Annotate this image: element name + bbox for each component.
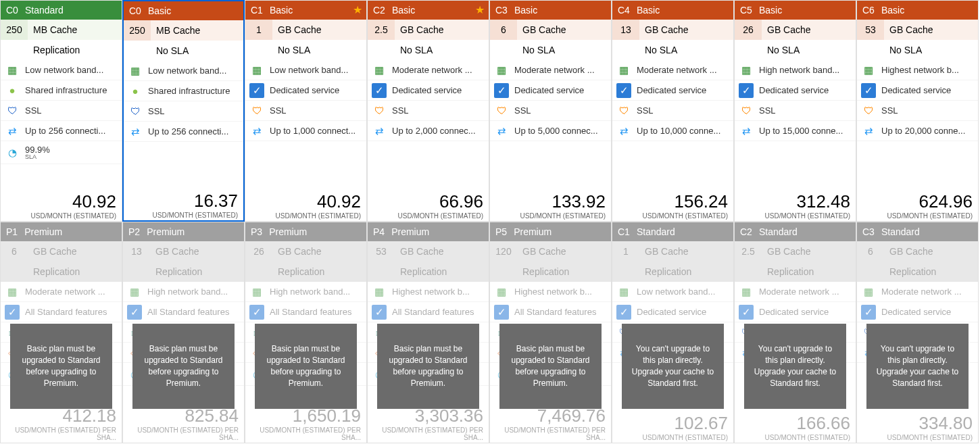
connections-icon: ⇄: [494, 124, 509, 139]
feature-text: Shared infrastructure: [25, 85, 107, 95]
pricing-card-c5-basic[interactable]: C5Basic26GB CacheNo SLA▦High network ban…: [734, 0, 856, 222]
spec-row: 13GB Cache: [612, 20, 733, 40]
feature-text: SSL: [392, 105, 409, 116]
checkmark-icon: ✓: [616, 83, 631, 98]
spec-value: 1: [612, 241, 639, 262]
pricing-card-c0-standard[interactable]: C0Standard250MB CacheReplication▦Low net…: [0, 0, 122, 222]
card-header: P5Premium: [490, 222, 611, 241]
price-unit: USD/MONTH (ESTIMATED) PER SHA...: [495, 426, 606, 441]
spec-row: 26GB Cache: [735, 20, 856, 40]
feature-text: All Standard features: [270, 307, 351, 317]
spec-row: Replication: [612, 262, 733, 282]
feature-item: ▦High network band...: [245, 282, 366, 302]
tier-code: C3: [495, 5, 508, 16]
feature-text: SSL: [514, 105, 531, 116]
card-header: C6Basic: [857, 1, 978, 20]
feature-text: SSL: [637, 105, 654, 116]
price-block: 624.96USD/MONTH (ESTIMATED): [857, 189, 978, 221]
spec-label: GB Cache: [272, 20, 366, 40]
feature-list: ▦Moderate network ...✓Dedicated service🛡…: [490, 60, 611, 189]
spec-label: GB Cache: [639, 20, 733, 40]
checkmark-icon: ✓: [5, 305, 20, 320]
tier-name: Premium: [147, 226, 185, 237]
feature-item: ✓All Standard features: [123, 302, 244, 322]
spec-label: GB Cache: [762, 241, 856, 262]
tier-name: Premium: [269, 226, 307, 237]
feature-text: Up to 10,000 conne...: [637, 126, 720, 136]
feature-text: High network band...: [270, 287, 350, 297]
pricing-card-p1-premium: P1Premium6GB CacheReplication▦Moderate n…: [0, 222, 122, 443]
spec-value: 250: [1, 20, 28, 40]
feature-text: Dedicated service: [881, 85, 951, 95]
feature-item: ▦Moderate network ...: [612, 60, 733, 80]
tier-name: Basic: [514, 5, 537, 16]
feature-item: ▦Moderate network ...: [857, 282, 978, 302]
spec-value: 13: [123, 241, 150, 262]
pricing-card-c2-basic[interactable]: C2Basic★2.5GB CacheNo SLA▦Moderate netwo…: [367, 0, 489, 222]
price-block: 102.67USD/MONTH (ESTIMATED): [612, 410, 733, 443]
network-icon: ▦: [249, 63, 264, 78]
feature-text: High network band...: [147, 287, 228, 297]
price-amount: 312.48: [740, 191, 850, 212]
feature-text: Up to 2,000 connec...: [392, 126, 476, 136]
checkmark-icon: ✓: [249, 83, 264, 98]
checkmark-icon: ✓: [861, 305, 876, 320]
feature-item: ✓Dedicated service: [735, 80, 856, 101]
price-unit: USD/MONTH (ESTIMATED): [618, 212, 728, 220]
spec-value: [1, 40, 28, 60]
tier-name: Standard: [881, 226, 920, 237]
tier-name: Standard: [25, 5, 64, 16]
price-amount: 334.80: [862, 413, 973, 434]
feature-text: SSL: [148, 106, 165, 116]
feature-item: ✓All Standard features: [1, 302, 122, 322]
price-unit: USD/MONTH (ESTIMATED): [740, 212, 850, 220]
tier-code: P5: [495, 226, 507, 237]
spec-value: [612, 262, 639, 282]
feature-text: Low network band...: [270, 65, 348, 75]
pricing-card-p3-premium: P3Premium26GB CacheReplication▦High netw…: [245, 222, 367, 443]
feature-item: ✓Dedicated service: [490, 80, 611, 101]
spec-value: 53: [857, 20, 884, 40]
pricing-card-c4-basic[interactable]: C4Basic13GB CacheNo SLA▦Moderate network…: [612, 0, 734, 222]
feature-text: Highest network b...: [392, 287, 470, 297]
price-amount: 156.24: [618, 191, 728, 212]
shield-icon: 🛡: [861, 103, 876, 118]
shield-icon: 🛡: [494, 103, 509, 118]
feature-item: ✓Dedicated service: [857, 80, 978, 101]
network-icon: ▦: [249, 285, 264, 299]
network-icon: ▦: [372, 285, 387, 299]
feature-text: Dedicated service: [759, 307, 829, 317]
spec-value: [245, 40, 272, 60]
spec-label: Replication: [395, 262, 489, 282]
spec-row: Replication: [368, 262, 489, 282]
spec-value: 6: [490, 20, 517, 40]
pricing-card-c1-basic[interactable]: C1Basic★1GB CacheNo SLA▦Low network band…: [245, 0, 367, 222]
price-unit: USD/MONTH (ESTIMATED): [618, 434, 728, 441]
spec-label: GB Cache: [884, 241, 978, 262]
feature-list: ▦Highest network b...✓Dedicated service🛡…: [857, 60, 978, 189]
pricing-card-c0-basic[interactable]: C0Basic250MB CacheNo SLA▦Low network ban…: [122, 0, 245, 222]
tier-code: C2: [373, 5, 385, 16]
price-amount: 166.66: [740, 413, 850, 434]
disabled-overlay: You can't upgrade to this plan directly.…: [744, 324, 846, 409]
spec-value: [490, 262, 517, 282]
feature-item: ⇄Up to 1,000 connect...: [245, 121, 366, 141]
spec-label: Replication: [639, 262, 733, 282]
spec-value: [368, 40, 395, 60]
tier-name: Standard: [759, 226, 798, 237]
feature-item: 🛡SSL: [612, 101, 733, 121]
pricing-card-c6-basic[interactable]: C6Basic53GB CacheNo SLA▦Highest network …: [856, 0, 979, 222]
spec-value: [124, 41, 151, 61]
feature-text: Moderate network ...: [392, 65, 472, 75]
tier-name: Basic: [759, 5, 782, 16]
feature-item: ✓All Standard features: [490, 302, 611, 322]
pricing-card-p4-premium: P4Premium53GB CacheReplication▦Highest n…: [367, 222, 489, 443]
tier-code: P3: [251, 226, 262, 237]
feature-text: All Standard features: [147, 307, 229, 317]
checkmark-icon: ✓: [372, 305, 387, 320]
spec-row: 2.5GB Cache: [368, 20, 489, 40]
shield-icon: 🛡: [5, 103, 20, 118]
spec-label: Replication: [517, 262, 611, 282]
feature-text: Dedicated service: [270, 85, 339, 95]
pricing-card-c3-basic[interactable]: C3Basic6GB CacheNo SLA▦Moderate network …: [489, 0, 612, 222]
